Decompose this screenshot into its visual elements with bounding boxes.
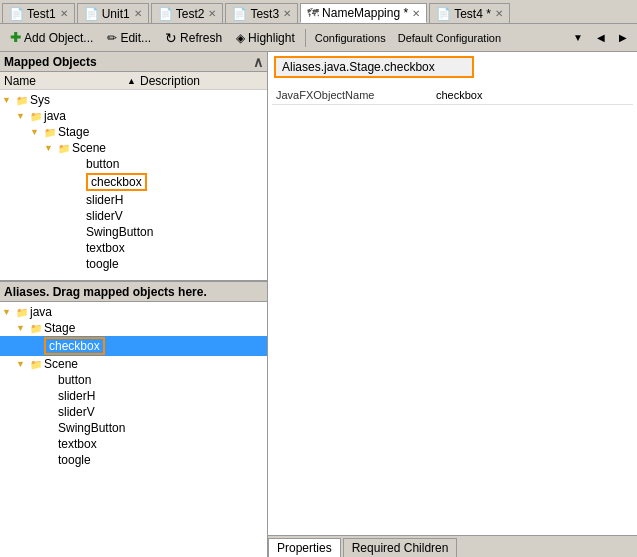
configurations-button[interactable]: Configurations [310, 30, 391, 46]
highlight-button[interactable]: ◈ Highlight [230, 28, 301, 48]
tree-node-alias-checkbox: checkbox [44, 337, 105, 355]
left-panel: Mapped Objects ∧ Name ▲ Description ▼ 📁 … [0, 52, 268, 557]
tab-namemapping-close[interactable]: ✕ [412, 8, 420, 19]
list-item[interactable]: ▼ 📁 Scene [0, 356, 267, 372]
list-item[interactable]: toogle [0, 256, 267, 272]
tree-node-alias-java: java [30, 305, 52, 319]
toolbar-nav-back[interactable]: ◀ [591, 29, 611, 46]
folder-icon-java: 📁 [30, 111, 42, 122]
tab-test4-close[interactable]: ✕ [495, 8, 503, 19]
tree-toggle-stage[interactable]: ▼ [30, 127, 44, 137]
aliases-panel: Aliases. Drag mapped objects here. ▼ 📁 j… [0, 282, 267, 557]
tree-node-toogle: toogle [86, 257, 119, 271]
list-item[interactable]: ▼ 📁 Sys [0, 92, 267, 108]
list-item[interactable]: sliderV [0, 208, 267, 224]
tab-test2-close[interactable]: ✕ [208, 8, 216, 19]
tree-toggle-sys[interactable]: ▼ [2, 95, 16, 105]
tab-test1-label: Test1 [27, 7, 56, 21]
folder-icon-alias-java: 📁 [16, 307, 28, 318]
file-icon2: 📄 [84, 7, 99, 21]
map-icon: 🗺 [307, 6, 319, 20]
tree-node-swingbutton: SwingButton [86, 225, 153, 239]
sort-icon: ▲ [127, 76, 136, 86]
refresh-button[interactable]: ↻ Refresh [159, 27, 228, 49]
tree-toggle-java[interactable]: ▼ [16, 111, 30, 121]
toolbar-dropdown-button[interactable]: ▼ [567, 29, 589, 46]
tree-node-stage: Stage [58, 125, 89, 139]
tab-test3[interactable]: 📄 Test3 ✕ [225, 3, 298, 23]
tree-toggle-alias-stage[interactable]: ▼ [16, 323, 30, 333]
list-item[interactable]: textbox [0, 240, 267, 256]
tab-properties-label: Properties [277, 541, 332, 555]
tree-node-alias-textbox: textbox [58, 437, 97, 451]
selected-path-box: Aliases.java.Stage.checkbox [274, 56, 474, 78]
list-item[interactable]: sliderH [0, 388, 267, 404]
tree-node-sliderh: sliderH [86, 193, 123, 207]
mapped-objects-header: Mapped Objects ∧ [0, 52, 267, 72]
tab-namemapping[interactable]: 🗺 NameMapping * ✕ [300, 3, 427, 23]
list-item[interactable]: sliderV [0, 404, 267, 420]
highlight-label: Highlight [248, 31, 295, 45]
folder-icon-stage: 📁 [44, 127, 56, 138]
tree-column-headers: Name ▲ Description [0, 72, 267, 90]
list-item[interactable]: checkbox [0, 172, 267, 192]
file-icon3: 📄 [158, 7, 173, 21]
bottom-tabs: Properties Required Children [268, 535, 637, 557]
highlight-icon: ◈ [236, 31, 245, 45]
tab-bar: 📄 Test1 ✕ 📄 Unit1 ✕ 📄 Test2 ✕ 📄 Test3 ✕ … [0, 0, 637, 24]
list-item[interactable]: SwingButton [0, 224, 267, 240]
tree-toggle-alias-java[interactable]: ▼ [2, 307, 16, 317]
tab-test1[interactable]: 📄 Test1 ✕ [2, 3, 75, 23]
edit-icon: ✏ [107, 31, 117, 45]
edit-button[interactable]: ✏ Edit... [101, 28, 157, 48]
list-item[interactable]: ▼ 📁 Stage [0, 320, 267, 336]
tab-test2-label: Test2 [176, 7, 205, 21]
tree-node-sliderv: sliderV [86, 209, 123, 223]
add-object-button[interactable]: ✚ Add Object... [4, 27, 99, 48]
tree-node-scene: Scene [72, 141, 106, 155]
tree-node-alias-toogle: toogle [58, 453, 91, 467]
list-item[interactable]: toogle [0, 452, 267, 468]
tab-unit1[interactable]: 📄 Unit1 ✕ [77, 3, 149, 23]
selected-path-text: Aliases.java.Stage.checkbox [282, 60, 435, 74]
list-item[interactable]: sliderH [0, 192, 267, 208]
tab-test1-close[interactable]: ✕ [60, 8, 68, 19]
tab-test3-close[interactable]: ✕ [283, 8, 291, 19]
main-area: Mapped Objects ∧ Name ▲ Description ▼ 📁 … [0, 52, 637, 557]
tab-test4[interactable]: 📄 Test4 * ✕ [429, 3, 510, 23]
tree-node-alias-button: button [58, 373, 91, 387]
tab-test4-label: Test4 * [454, 7, 491, 21]
tab-unit1-close[interactable]: ✕ [134, 8, 142, 19]
tab-unit1-label: Unit1 [102, 7, 130, 21]
list-item[interactable]: checkbox [0, 336, 267, 356]
mapped-objects-panel: Mapped Objects ∧ Name ▲ Description ▼ 📁 … [0, 52, 267, 282]
prop-key-javafx: JavaFXObjectName [272, 88, 432, 102]
list-item[interactable]: button [0, 372, 267, 388]
tab-properties[interactable]: Properties [268, 538, 341, 557]
folder-icon-alias-scene: 📁 [30, 359, 42, 370]
tab-test3-label: Test3 [250, 7, 279, 21]
list-item[interactable]: ▼ 📁 Stage [0, 124, 267, 140]
tree-node-alias-stage: Stage [44, 321, 75, 335]
list-item[interactable]: button [0, 156, 267, 172]
list-item[interactable]: textbox [0, 436, 267, 452]
tree-toggle-scene[interactable]: ▼ [44, 143, 58, 153]
list-item[interactable]: SwingButton [0, 420, 267, 436]
tab-test2[interactable]: 📄 Test2 ✕ [151, 3, 224, 23]
folder-icon-alias-stage: 📁 [30, 323, 42, 334]
list-item[interactable]: ▼ 📁 java [0, 108, 267, 124]
tab-required-children[interactable]: Required Children [343, 538, 458, 557]
tree-node-textbox: textbox [86, 241, 125, 255]
tree-toggle-alias-scene[interactable]: ▼ [16, 359, 30, 369]
toolbar-separator [305, 29, 306, 47]
toolbar-nav-fwd[interactable]: ▶ [613, 29, 633, 46]
refresh-label: Refresh [180, 31, 222, 45]
mapped-objects-collapse[interactable]: ∧ [253, 54, 263, 70]
prop-val-javafx: checkbox [432, 88, 633, 102]
list-item[interactable]: ▼ 📁 java [0, 304, 267, 320]
folder-icon-sys: 📁 [16, 95, 28, 106]
default-config-button[interactable]: Default Configuration [393, 30, 506, 46]
aliases-tree: ▼ 📁 java ▼ 📁 Stage checkbox ▼ [0, 302, 267, 557]
tree-node-alias-scene: Scene [44, 357, 78, 371]
list-item[interactable]: ▼ 📁 Scene [0, 140, 267, 156]
